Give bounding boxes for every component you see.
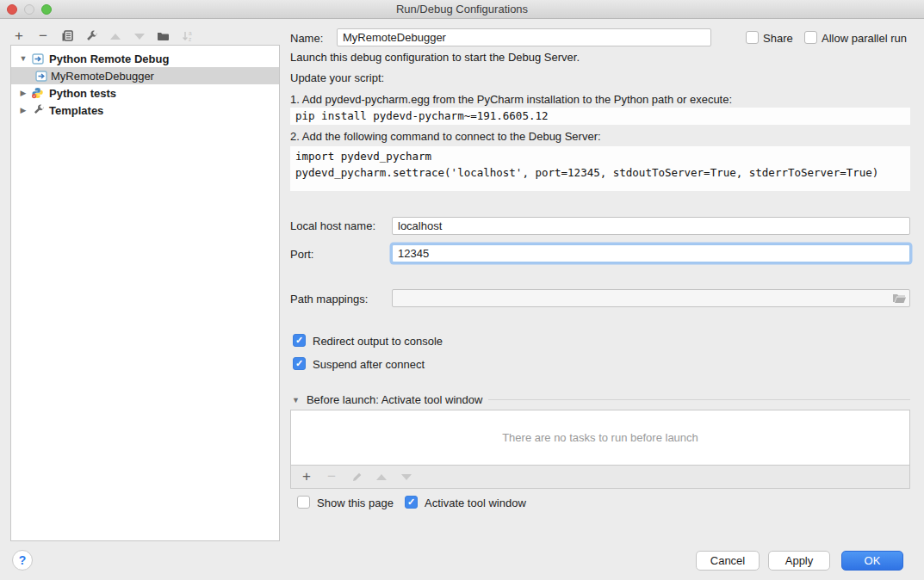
name-label: Name: [290, 32, 323, 45]
collapse-arrow-icon[interactable]: ▼ [18, 54, 28, 63]
run-debug-configurations-dialog: Run/Debug Configurations + − az ▼ Python… [0, 0, 924, 580]
settrace-code-block: import pydevd_pycharmpydevd_pycharm.sett… [290, 146, 910, 191]
show-this-page-checkbox[interactable] [297, 496, 310, 509]
move-task-down-icon [400, 470, 413, 484]
share-checkbox[interactable] [746, 31, 759, 44]
local-host-name-input[interactable] [392, 217, 910, 235]
remote-debug-icon [35, 71, 47, 82]
remove-task-icon: − [325, 470, 338, 484]
expand-arrow-icon[interactable]: ▶ [18, 89, 28, 97]
show-this-page-label: Show this page [317, 497, 394, 509]
copy-configuration-icon[interactable] [60, 29, 74, 43]
before-launch-toolbar: + − [290, 466, 910, 489]
add-task-icon[interactable]: + [300, 470, 313, 484]
allow-parallel-run-label: Allow parallel run [822, 32, 907, 45]
edit-templates-wrench-icon[interactable] [84, 29, 98, 43]
redirect-output-checkbox[interactable]: ✓ [293, 334, 306, 347]
expand-arrow-icon[interactable]: ▶ [18, 106, 28, 114]
section-divider [488, 399, 910, 400]
tree-item-label: Templates [49, 104, 103, 117]
local-host-name-label: Local host name: [290, 219, 375, 232]
sort-alphabetically-icon: az [181, 29, 195, 43]
description-line-2: Update your script: [290, 71, 384, 84]
description-line-1: Launch this debug configuration to start… [290, 51, 580, 64]
new-folder-icon[interactable] [157, 29, 171, 43]
move-down-icon [133, 29, 146, 43]
configurations-tree: ▼ Python Remote Debug MyRemoteDebugger ▶… [10, 45, 280, 541]
remote-debug-icon [32, 53, 44, 65]
before-launch-empty-text: There are no tasks to run before launch [291, 410, 909, 444]
port-label: Port: [290, 248, 313, 261]
tree-item-label: Python tests [49, 87, 116, 100]
redirect-output-label: Redirect output to console [313, 335, 443, 348]
path-mappings-label: Path mappings: [290, 293, 368, 305]
activate-tool-window-label: Activate tool window [425, 497, 526, 509]
browse-folder-icon[interactable] [892, 293, 907, 304]
cancel-button[interactable]: Cancel [696, 551, 760, 571]
title-bar: Run/Debug Configurations [0, 0, 924, 19]
suspend-after-connect-checkbox[interactable]: ✓ [293, 357, 306, 370]
help-button[interactable]: ? [12, 550, 33, 571]
allow-parallel-run-checkbox[interactable] [804, 31, 817, 44]
add-configuration-icon[interactable]: + [12, 29, 26, 43]
description-step-1: 1. Add pydevd-pycharm.egg from the PyCha… [290, 93, 732, 106]
port-input[interactable] [392, 244, 910, 262]
tree-item-label: MyRemoteDebugger [51, 70, 154, 83]
tree-item-label: Python Remote Debug [49, 52, 169, 65]
edit-task-pencil-icon [350, 470, 363, 484]
before-launch-header[interactable]: ▼ Before launch: Activate tool window [292, 393, 482, 406]
pip-install-code-block: pip install pydevd-pycharm~=191.6605.12 [290, 108, 910, 125]
collapse-arrow-icon[interactable]: ▼ [292, 396, 300, 404]
apply-button[interactable]: Apply [768, 551, 830, 571]
tree-item-templates[interactable]: ▶ Templates [11, 102, 279, 119]
tree-item-python-tests[interactable]: ▶ Python tests [11, 84, 279, 102]
share-label: Share [763, 32, 793, 45]
configurations-toolbar: + − az [12, 28, 195, 45]
move-up-icon [109, 29, 122, 43]
before-launch-task-list[interactable]: There are no tasks to run before launch [290, 410, 910, 466]
remove-configuration-icon[interactable]: − [36, 29, 50, 43]
description-step-2: 2. Add the following command to connect … [290, 130, 601, 143]
activate-tool-window-checkbox[interactable]: ✓ [405, 496, 418, 509]
tree-item-myremotedebugger-selected[interactable]: MyRemoteDebugger [11, 67, 279, 84]
wrench-icon [33, 104, 45, 116]
path-mappings-input[interactable] [392, 289, 910, 307]
move-task-up-icon [375, 470, 388, 484]
tree-item-python-remote-debug[interactable]: ▼ Python Remote Debug [11, 50, 279, 67]
before-launch-title: Before launch: Activate tool window [307, 393, 483, 406]
svg-text:a: a [189, 30, 192, 36]
suspend-after-connect-label: Suspend after connect [313, 358, 425, 371]
name-input[interactable] [337, 28, 711, 46]
window-title: Run/Debug Configurations [0, 3, 924, 15]
svg-text:z: z [189, 36, 191, 42]
python-tests-icon [31, 87, 44, 99]
ok-button[interactable]: OK [841, 551, 903, 571]
